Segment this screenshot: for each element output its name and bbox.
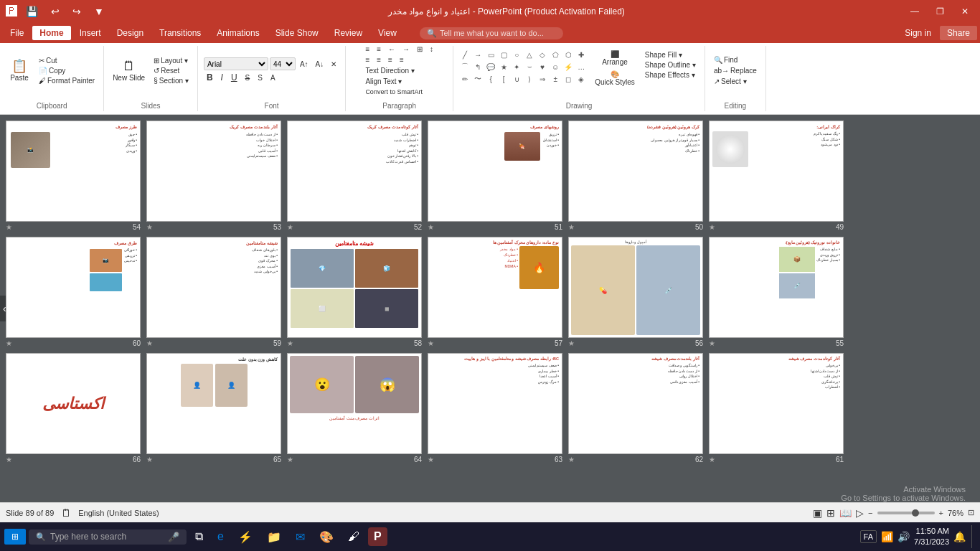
task-view-btn[interactable]: ⧉ [189, 527, 209, 546]
file-explorer-btn[interactable]: 📁 [261, 527, 287, 547]
find-button[interactable]: 🔍Find [711, 55, 760, 65]
slide-item-57[interactable]: نوع ماده: داروهای محرک آمفتامین ها 🔥 • م… [428, 237, 562, 347]
slide-thumb-53[interactable]: آثار بلند مدت مصرف کریک • از دست دادن حا… [146, 121, 281, 222]
search-box[interactable]: 🔍 Type here to search 🎤 [29, 529, 187, 545]
slide-thumb-62[interactable]: آثار بلندمدت مصرف شیشه • راستگویی و صداق… [568, 353, 703, 454]
shape-outline-button[interactable]: Shape Outline ▾ [642, 60, 699, 70]
shape-equation[interactable]: ± [550, 73, 561, 85]
language-label[interactable]: English (United States) [78, 509, 159, 517]
columns-btn[interactable]: ⊞ [414, 44, 425, 54]
shape-freeform[interactable]: ✏ [459, 73, 471, 85]
slide-item-50[interactable]: کرک هروئین (هروئین فشرده) • قهوه‌ای تیره… [568, 121, 703, 231]
line-spacing-btn[interactable]: ↕ [427, 44, 436, 54]
network-icon[interactable]: 📶 [881, 531, 893, 542]
numbering-btn[interactable]: ≡ [374, 44, 384, 54]
menu-insert[interactable]: Insert [72, 26, 108, 40]
app2-btn[interactable]: 🖌 [342, 527, 365, 546]
redo-btn[interactable]: ↪ [68, 4, 85, 19]
menu-home[interactable]: Home [32, 26, 70, 40]
align-text-btn[interactable]: Align Text ▾ [362, 77, 405, 86]
slide-item-66[interactable]: اکستاسی ★ 66 [6, 353, 141, 463]
shape-callout[interactable]: 💬 [485, 61, 496, 72]
arrange-button[interactable]: ⬛ Arrange [597, 49, 633, 67]
slide-item-54[interactable]: طرز مصرف • چپق• وافور• سیگار• وریدی 📸 [6, 121, 141, 231]
search-bar[interactable]: Tell me what you want to do... [440, 29, 544, 37]
menu-animations[interactable]: Animations [209, 26, 266, 40]
mail-btn[interactable]: ✉ [290, 527, 311, 547]
strikethrough-btn[interactable]: S [242, 73, 253, 83]
restore-btn[interactable]: ❐ [930, 5, 950, 18]
menu-review[interactable]: Review [327, 26, 369, 40]
underline-btn[interactable]: U [228, 72, 240, 83]
start-button[interactable]: ⊞ [4, 529, 26, 545]
shape-lightning[interactable]: ⚡ [562, 61, 574, 72]
slide-star-51[interactable]: ★ [428, 223, 434, 231]
language-indicator[interactable]: FA [860, 530, 877, 543]
save-btn[interactable]: 💾 [22, 4, 42, 19]
slide-star-61[interactable]: ★ [709, 456, 715, 463]
slide-item-65[interactable]: کاهش وزن بدون علت 👤 👤 ★ 65 [146, 353, 281, 463]
zoom-in-btn[interactable]: + [939, 509, 943, 517]
shape-heart[interactable]: ♥ [537, 61, 548, 72]
menu-transitions[interactable]: Transitions [152, 26, 208, 40]
share-btn[interactable]: Share [940, 26, 977, 40]
slide-panel[interactable]: طرز مصرف • چپق• وافور• سیگار• وریدی 📸 [0, 115, 980, 502]
justify-btn[interactable]: ≡ [397, 55, 407, 65]
shape-brace[interactable]: { [485, 73, 496, 85]
slide-star-57[interactable]: ★ [428, 339, 434, 347]
slide-thumb-64[interactable]: 😮 😱 اثرات مصرف متث آمفتامین [287, 353, 422, 454]
customize-btn[interactable]: ▼ [90, 4, 108, 19]
slide-star-49[interactable]: ★ [709, 223, 715, 231]
shadow-btn[interactable]: S [255, 73, 265, 83]
slide-thumb-63[interactable]: BC: رابطه مصرف شیشه و متامفتامین با ایبز… [428, 353, 562, 454]
show-desktop-btn[interactable] [971, 525, 976, 548]
slide-item-61[interactable]: آثار کوتاه مدت مصرف شیشه • بی‌خوابی• از … [709, 353, 844, 463]
slide-item-62[interactable]: آثار بلندمدت مصرف شیشه • راستگویی و صداق… [568, 353, 703, 463]
shape-rounded-rect[interactable]: ▢ [498, 49, 509, 60]
slide-item-52[interactable]: آثار کوتاه مدت مصرف کریک • تپش قلب• اضطر… [287, 121, 422, 231]
shape-smiley[interactable]: ☺ [550, 61, 561, 72]
slide-star-54[interactable]: ★ [6, 223, 12, 231]
powerpoint-btn[interactable]: P [368, 527, 387, 546]
slide-thumb-49[interactable]: کراک ایرانی: • رنگ سفید یا کرم• شکل سنگ•… [709, 121, 844, 222]
slide-star-62[interactable]: ★ [568, 456, 575, 463]
shape-banner[interactable]: ⌣ [524, 61, 535, 72]
format-painter-button[interactable]: 🖌Format Painter [36, 76, 98, 85]
view-sorter-btn[interactable]: ⊞ [826, 507, 835, 519]
cut-button[interactable]: ✂Cut [36, 56, 98, 65]
slide-thumb-65[interactable]: کاهش وزن بدون علت 👤 👤 [146, 353, 281, 454]
font-increase-btn[interactable]: A↑ [297, 60, 311, 69]
shape-triangle[interactable]: △ [524, 49, 535, 60]
slide-star-58[interactable]: ★ [287, 339, 293, 347]
slide-star-66[interactable]: ★ [6, 456, 12, 463]
mic-icon[interactable]: 🎤 [168, 532, 179, 542]
zoom-level-label[interactable]: 76% [948, 509, 963, 517]
menu-file[interactable]: File [3, 26, 31, 40]
slide-thumb-59[interactable]: شیشه متامفتامین • بلورهای شفاف• بوی تند•… [146, 237, 281, 338]
zoom-slider[interactable] [877, 512, 935, 514]
slide-thumb-54[interactable]: طرز مصرف • چپق• وافور• سیگار• وریدی 📸 [6, 121, 141, 222]
section-button[interactable]: §Section ▾ [151, 76, 192, 85]
slide-item-60[interactable]: طرق مصرف • خوراکی• تزریقی• تدخینی 📷 ★ 60 [6, 237, 141, 347]
fit-window-btn[interactable]: ⊡ [968, 508, 974, 517]
slide-thumb-58[interactable]: شیشه متامفتامین 💎 🧊 ⬜ ◼ [287, 237, 422, 338]
sound-icon[interactable]: 🔊 [897, 531, 910, 542]
slide-thumb-57[interactable]: نوع ماده: داروهای محرک آمفتامین ها 🔥 • م… [428, 237, 562, 338]
shape-arc[interactable]: ∪ [511, 73, 522, 85]
slide-item-64[interactable]: 😮 😱 اثرات مصرف متث آمفتامین ★ 64 [287, 353, 422, 463]
paste-button[interactable]: 📋 Paste [6, 57, 33, 84]
bold-btn[interactable]: B [204, 72, 216, 83]
shape-star5[interactable]: ★ [498, 61, 509, 72]
edge-browser-btn[interactable]: e [212, 527, 230, 546]
slide-thumb-52[interactable]: آثار کوتاه مدت مصرف کریک • تپش قلب• اضطر… [287, 121, 422, 222]
slide-item-55[interactable]: خانواده نوروتیک (هروئین مایع): • مایع شف… [709, 237, 844, 347]
notes-icon[interactable]: 🗒 [61, 507, 71, 519]
shape-pentagon[interactable]: ⬠ [550, 49, 561, 60]
slide-item-59[interactable]: شیشه متامفتامین • بلورهای شفاف• بوی تند•… [146, 237, 281, 347]
bluetooth-btn[interactable]: ⚡ [232, 527, 258, 547]
font-decrease-btn[interactable]: A↓ [313, 60, 327, 69]
slide-star-59[interactable]: ★ [146, 339, 153, 347]
copy-button[interactable]: 📄Copy [36, 66, 98, 75]
menu-view[interactable]: View [371, 26, 404, 40]
clear-format-btn[interactable]: ✕ [328, 60, 339, 69]
